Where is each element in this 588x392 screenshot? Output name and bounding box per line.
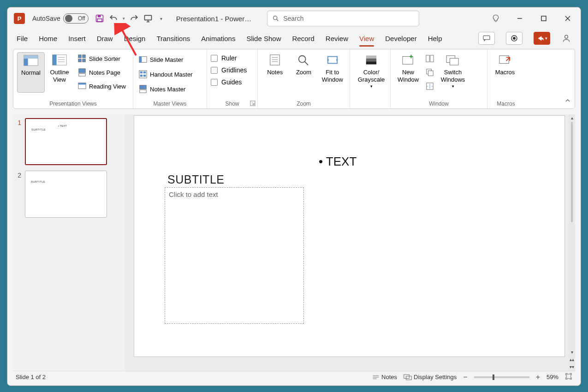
next-slide-icon[interactable]: ▾▾ [569,363,575,370]
svg-rect-34 [139,57,142,63]
comments-button[interactable] [478,32,495,45]
slide-area: • TEXT SUBTITLE Click to add text ▴ ▾ ▴▴… [125,114,575,371]
document-title: Presentation1 - Power… [176,15,251,23]
tab-review[interactable]: Review [326,33,348,44]
tab-file[interactable]: File [17,33,28,44]
tab-developer[interactable]: Developer [385,33,416,44]
account-icon[interactable] [561,34,571,43]
svg-rect-57 [428,71,433,76]
notes-page-button[interactable]: Notes Page [76,66,128,79]
slide-counter: Slide 1 of 2 [16,374,46,380]
zoom-slider[interactable] [474,376,529,378]
statusbar: Slide 1 of 2 Notes Display Settings − + … [13,371,575,383]
svg-rect-66 [406,376,411,380]
switch-windows-button[interactable]: Switch Windows▾ [437,52,469,93]
cascade-button[interactable] [424,66,436,79]
svg-point-15 [513,37,516,40]
svg-rect-67 [566,374,571,379]
search-input[interactable]: Search [267,11,419,26]
svg-rect-40 [140,85,146,89]
tab-insert[interactable]: Insert [68,33,86,44]
titlebar: P AutoSave Off ▾ ▾ Presentation1 - Power… [7,7,581,30]
workspace: 1 SUBTITLE • TEXT 2 SUBTITLE • TEXT SUBT… [13,114,575,371]
save-button[interactable] [95,14,104,23]
undo-dropdown-icon[interactable]: ▾ [123,16,125,21]
color-grayscale-button[interactable]: Color/ Grayscale▾ [354,52,389,91]
quick-access-toolbar: ▾ ▾ [95,14,162,23]
svg-line-48 [305,62,308,65]
arrange-all-button[interactable] [424,52,436,65]
ruler-checkbox[interactable]: Ruler [211,53,254,63]
show-dialog-launcher-icon[interactable] [250,101,255,106]
slide-subtitle[interactable]: SUBTITLE [167,173,224,186]
vertical-scrollbar[interactable]: ▴ ▾ ▴▴ ▾▾ [569,114,575,371]
fit-slide-button[interactable] [565,373,572,381]
tab-view[interactable]: View [359,33,374,44]
handout-master-button[interactable]: Handout Master [137,68,203,81]
display-settings-button[interactable]: Display Settings [404,374,457,380]
svg-rect-51 [366,59,376,61]
slide-master-button[interactable]: Slide Master [137,53,203,66]
redo-button[interactable] [130,14,139,23]
maximize-button[interactable] [537,12,550,25]
slide-canvas[interactable]: • TEXT SUBTITLE Click to add text [134,115,565,357]
autosave-toggle[interactable]: Off [63,13,89,24]
move-split-button[interactable] [424,80,436,93]
outline-view-button[interactable]: Outline View [46,52,73,93]
tab-slide-show[interactable]: Slide Show [246,33,281,44]
svg-rect-41 [140,90,146,93]
svg-rect-54 [426,55,429,62]
previous-slide-icon[interactable]: ▴▴ [569,356,575,362]
tab-record[interactable]: Record [292,33,314,44]
zoom-button[interactable]: Zoom [290,52,317,86]
svg-rect-39 [143,75,146,77]
tips-icon[interactable] [489,12,502,25]
svg-rect-50 [366,55,376,58]
zoom-in-button[interactable]: + [536,373,540,381]
gridlines-checkbox[interactable]: Gridlines [211,65,254,75]
zoom-level[interactable]: 59% [546,374,558,380]
slide-thumbnail[interactable]: SUBTITLE • TEXT [25,118,107,165]
tab-transitions[interactable]: Transitions [156,33,190,44]
svg-rect-10 [541,16,546,21]
new-window-button[interactable]: New Window [394,52,422,93]
collapse-ribbon-icon[interactable] [564,97,571,106]
svg-rect-49 [328,57,337,64]
svg-rect-1 [98,15,101,18]
tab-home[interactable]: Home [39,33,57,44]
scroll-down-icon[interactable]: ▾ [569,349,575,355]
svg-rect-55 [430,55,434,62]
scroll-up-icon[interactable]: ▴ [569,114,575,121]
search-icon [272,15,279,22]
powerpoint-window: P AutoSave Off ▾ ▾ Presentation1 - Power… [7,7,581,386]
fit-to-window-button[interactable]: Fit to Window [319,52,346,86]
reading-view-button[interactable]: Reading View [76,80,128,93]
tab-help[interactable]: Help [428,33,442,44]
svg-rect-32 [78,83,86,85]
notes-button[interactable]: Notes [261,52,288,86]
svg-rect-30 [79,74,85,76]
present-from-beginning-button[interactable] [143,14,153,23]
tab-draw[interactable]: Draw [97,33,113,44]
slide-text[interactable]: • TEXT [319,154,356,169]
record-button[interactable] [506,32,523,45]
guides-checkbox[interactable]: Guides [211,77,254,87]
notes-master-button[interactable]: Notes Master [137,83,203,95]
undo-button[interactable] [109,14,118,23]
slide-sorter-button[interactable]: Slide Sorter [76,52,128,65]
close-button[interactable] [561,12,574,25]
tab-animations[interactable]: Animations [201,33,235,44]
slide-thumbnail[interactable]: SUBTITLE [25,171,107,218]
ribbon: Normal Outline View Slide Sorter Notes P… [13,49,575,109]
tab-design[interactable]: Design [124,33,146,44]
minimize-button[interactable] [513,12,526,25]
notes-toggle[interactable]: Notes [372,374,397,380]
text-placeholder[interactable]: Click to add text [165,187,304,324]
zoom-out-button[interactable]: − [463,373,467,381]
share-button[interactable]: ▾ [534,32,550,45]
svg-rect-43 [270,55,279,65]
macros-button[interactable]: Macros [491,52,519,78]
scrollbar-thumb[interactable] [571,122,573,222]
normal-view-button[interactable]: Normal [17,52,45,93]
qat-customize-icon[interactable]: ▾ [160,16,162,21]
